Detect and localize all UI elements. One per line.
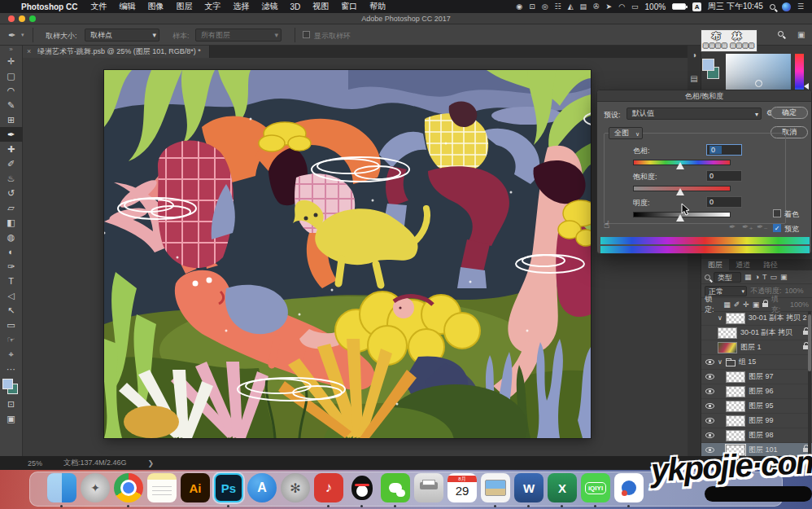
- layer-thumbnail[interactable]: [718, 342, 737, 353]
- menu-window[interactable]: 窗口: [341, 1, 357, 12]
- eye-well[interactable]: [705, 403, 714, 409]
- rectangle-tool[interactable]: ▭: [0, 318, 23, 332]
- hue-slider-thumb[interactable]: [676, 162, 684, 169]
- dock-netease-music[interactable]: ♪: [314, 473, 343, 502]
- crop-tool[interactable]: ⊞: [0, 112, 23, 127]
- healing-brush-tool[interactable]: ✚: [0, 142, 23, 156]
- tool-preset-arrow-icon[interactable]: ▾: [21, 32, 24, 38]
- airplay-icon[interactable]: ▭: [631, 2, 639, 11]
- canvas-artwork[interactable]: [104, 70, 591, 438]
- dialog-title[interactable]: 色相/饱和度: [597, 90, 811, 102]
- dock-notes[interactable]: [147, 473, 177, 502]
- panel-foreground-swatch[interactable]: [702, 59, 714, 71]
- menu-type[interactable]: 文字: [204, 1, 220, 12]
- dock-illustrator[interactable]: Ai: [181, 473, 210, 502]
- filter-shape-icon[interactable]: ▭: [770, 273, 777, 281]
- dodge-tool[interactable]: ◐: [0, 244, 23, 259]
- gradient-tool[interactable]: ◧: [0, 215, 23, 230]
- siri-icon[interactable]: [782, 2, 791, 11]
- toolbar-collapse-icon[interactable]: »: [9, 46, 12, 54]
- preset-select[interactable]: 默认值▾: [626, 108, 762, 120]
- color-picker-marker[interactable]: [755, 80, 762, 87]
- close-document-icon[interactable]: ×: [27, 46, 31, 58]
- filter-smart-object-icon[interactable]: ▣: [780, 273, 788, 281]
- preview-checkbox[interactable]: ✓: [773, 224, 781, 232]
- filter-pixel-icon[interactable]: ▦: [744, 273, 752, 281]
- keystroke-icon[interactable]: ◎: [542, 2, 548, 11]
- spotlight-search-icon[interactable]: [770, 4, 775, 10]
- layer-row[interactable]: 图层 99: [701, 414, 812, 428]
- eyedropper-tool[interactable]: ✒: [0, 127, 23, 142]
- menu-clock[interactable]: 周三 下午10:45: [708, 1, 763, 12]
- vpn-icon[interactable]: ◭: [568, 2, 574, 11]
- quick-mask-button[interactable]: ⊡: [0, 397, 23, 411]
- current-tool-icon[interactable]: ✒: [8, 30, 15, 41]
- dock-qq[interactable]: [347, 473, 377, 502]
- layer-thumbnail[interactable]: [726, 371, 745, 383]
- dock-app-store[interactable]: A: [247, 473, 277, 502]
- color-picker-field[interactable]: [726, 54, 791, 93]
- stats-icon[interactable]: ☷: [555, 2, 561, 11]
- colorize-checkbox[interactable]: [773, 209, 781, 217]
- type-tool[interactable]: T: [0, 274, 23, 288]
- dock-word[interactable]: W: [514, 473, 544, 502]
- dock-chrome[interactable]: [114, 473, 143, 502]
- eye-well[interactable]: [705, 418, 714, 423]
- path-selection-tool[interactable]: ◁: [0, 288, 23, 303]
- hue-bar-marker[interactable]: [804, 83, 809, 90]
- zoom-window-button[interactable]: [29, 15, 36, 22]
- document-tab[interactable]: × 绿洲艺术节-跳舞.psb @ 25% (图层 101, RGB/8*) *: [23, 46, 210, 58]
- layers-scrollbar[interactable]: [808, 311, 811, 454]
- color-swatches[interactable]: [2, 379, 20, 397]
- layer-row[interactable]: 30-01 副本 拷贝: [701, 326, 812, 340]
- bird-icon[interactable]: ➤: [606, 2, 613, 11]
- scrollbar-thumb[interactable]: [808, 314, 811, 371]
- eye-well[interactable]: [705, 359, 714, 365]
- menu-help[interactable]: 帮助: [369, 1, 386, 12]
- battery-icon[interactable]: [672, 3, 686, 10]
- dock-calendar[interactable]: 8月29: [447, 473, 477, 502]
- screen-record-icon[interactable]: ◉: [516, 2, 522, 11]
- menu-image[interactable]: 图像: [147, 1, 164, 12]
- menu-file[interactable]: 文件: [90, 1, 107, 12]
- lock-transparent-icon[interactable]: ▦: [723, 301, 731, 309]
- dock-photoshop[interactable]: Ps: [214, 473, 243, 502]
- clone-stamp-tool[interactable]: ♨: [0, 171, 23, 186]
- sample-size-select[interactable]: 取样点▾: [85, 29, 159, 42]
- dock-preview[interactable]: [481, 473, 510, 502]
- brush-tool[interactable]: ✐: [0, 156, 23, 171]
- lock-all-icon[interactable]: [762, 303, 768, 307]
- tab-layers[interactable]: 图层: [701, 259, 729, 270]
- layer-row[interactable]: ∨ 30-01 副本 拷贝 2: [701, 311, 812, 326]
- eye-icon[interactable]: [705, 432, 714, 438]
- wifi-icon[interactable]: ◠: [618, 2, 625, 11]
- eyedropper-sample-icon[interactable]: ✒: [729, 222, 736, 231]
- layer-row[interactable]: 图层 96: [701, 384, 812, 399]
- eye-icon[interactable]: [705, 418, 714, 423]
- dock-iqiyi[interactable]: iQIYI: [581, 473, 610, 502]
- status-arrow-icon[interactable]: ❯: [148, 459, 155, 467]
- eye-icon[interactable]: [705, 388, 714, 394]
- layer-row[interactable]: 图层 98: [701, 428, 812, 443]
- notification-center-icon[interactable]: ☰: [797, 2, 804, 11]
- menu-select[interactable]: 选择: [233, 1, 249, 12]
- on-image-adjust-hand-icon[interactable]: ☝: [604, 219, 609, 230]
- monitor-icon[interactable]: ▤: [580, 2, 587, 11]
- chevron-down-icon[interactable]: ∨: [718, 314, 723, 322]
- screen-mode-button[interactable]: ▣: [0, 411, 23, 426]
- dock-finder[interactable]: [47, 473, 76, 502]
- pen-tool[interactable]: ✑: [0, 259, 23, 274]
- ok-button[interactable]: 确定: [771, 107, 808, 119]
- display-icon[interactable]: ⊡: [529, 2, 535, 11]
- properties-panel-icon[interactable]: ▤: [688, 74, 701, 83]
- eye-well[interactable]: [705, 432, 714, 438]
- blur-tool[interactable]: ◍: [0, 230, 23, 244]
- quick-selection-tool[interactable]: ✎: [0, 98, 23, 112]
- filter-adjustment-icon[interactable]: ◑: [755, 273, 759, 281]
- menu-app-name[interactable]: Photoshop CC: [21, 2, 77, 11]
- minimize-window-button[interactable]: [19, 15, 25, 22]
- saturation-slider-thumb[interactable]: [676, 188, 684, 195]
- direct-selection-tool[interactable]: ↖: [0, 303, 23, 318]
- eye-icon[interactable]: [705, 359, 714, 365]
- eye-icon[interactable]: [705, 403, 714, 409]
